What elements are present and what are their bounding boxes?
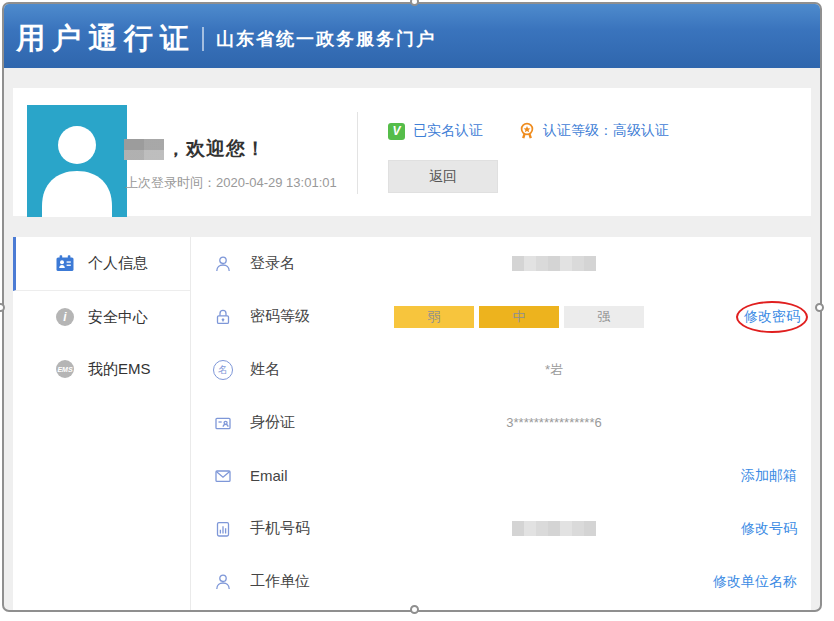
last-login-time: 上次登录时间：2020-04-29 13:01:01 bbox=[125, 174, 337, 192]
medal-icon bbox=[518, 121, 536, 141]
change-password-link[interactable]: 修改密码 bbox=[744, 308, 800, 326]
auth-level-badge: 认证等级：高级认证 bbox=[518, 121, 669, 141]
strength-medium: 中 bbox=[479, 306, 559, 328]
id-card-value: 3****************6 bbox=[434, 415, 674, 430]
info-icon: i bbox=[55, 308, 75, 326]
verified-v-icon: V bbox=[388, 123, 405, 140]
row-label: 姓名 bbox=[250, 360, 280, 379]
portal-subtitle: 山东省统一政务服务门户 bbox=[216, 27, 436, 51]
row-label: 手机号码 bbox=[250, 519, 310, 538]
capture-frame: 用户通行证 山东省统一政务服务门户 ，欢迎您！ 上次登录时间：2020-04-2… bbox=[2, 2, 822, 612]
row-id-card: 身份证 3****************6 bbox=[191, 396, 811, 449]
screenshot-root: 用户通行证 山东省统一政务服务门户 ，欢迎您！ 上次登录时间：2020-04-2… bbox=[0, 0, 834, 621]
row-label: Email bbox=[250, 467, 288, 484]
card-divider bbox=[357, 112, 358, 194]
realname-verified-badge: V 已实名认证 bbox=[388, 121, 483, 141]
user-icon bbox=[213, 572, 239, 592]
strength-strong: 强 bbox=[564, 306, 644, 328]
row-label: 密码等级 bbox=[250, 307, 310, 326]
row-email: Email 添加邮箱 bbox=[191, 449, 811, 502]
name-circle-icon: 名 bbox=[213, 360, 239, 380]
change-unit-name-link[interactable]: 修改单位名称 bbox=[713, 573, 797, 591]
id-card-icon bbox=[213, 413, 239, 433]
frame-handle-bottom[interactable] bbox=[410, 605, 419, 614]
portal-title: 用户通行证 bbox=[16, 19, 196, 59]
back-button[interactable]: 返回 bbox=[388, 160, 498, 193]
masked-username bbox=[124, 139, 164, 160]
row-label: 登录名 bbox=[250, 254, 295, 273]
person-silhouette-icon bbox=[27, 105, 127, 217]
portal-header: 用户通行证 山东省统一政务服务门户 bbox=[4, 4, 820, 68]
sidebar-item-label: 我的EMS bbox=[88, 360, 151, 379]
masked-login-value bbox=[512, 256, 596, 271]
lock-icon bbox=[213, 307, 239, 327]
sidebar: 个人信息 i 安全中心 EMS 我的EMS bbox=[13, 237, 191, 610]
row-name: 名 姓名 *岩 bbox=[191, 343, 811, 396]
building-bars-icon bbox=[213, 519, 239, 539]
row-label: 身份证 bbox=[250, 413, 295, 432]
ems-icon: EMS bbox=[55, 360, 75, 378]
auth-level-label: 认证等级：高级认证 bbox=[543, 122, 669, 140]
name-value: *岩 bbox=[434, 361, 674, 379]
name-glyph: 名 bbox=[218, 363, 228, 377]
sidebar-item-my-ems[interactable]: EMS 我的EMS bbox=[13, 343, 190, 395]
sidebar-item-label: 安全中心 bbox=[88, 308, 148, 327]
profile-panel: 个人信息 i 安全中心 EMS 我的EMS bbox=[13, 237, 811, 610]
user-icon bbox=[213, 254, 239, 274]
sidebar-item-security-center[interactable]: i 安全中心 bbox=[13, 291, 190, 343]
masked-phone-value bbox=[512, 521, 596, 536]
welcome-text: ，欢迎您！ bbox=[166, 136, 266, 162]
sidebar-item-label: 个人信息 bbox=[88, 254, 148, 273]
user-summary-card: ，欢迎您！ 上次登录时间：2020-04-29 13:01:01 V 已实名认证… bbox=[13, 88, 811, 216]
info-glyph: i bbox=[63, 310, 66, 324]
row-work-unit: 工作单位 修改单位名称 bbox=[191, 555, 811, 608]
frame-handle-right[interactable] bbox=[815, 303, 824, 312]
strength-weak: 弱 bbox=[394, 306, 474, 328]
add-email-link[interactable]: 添加邮箱 bbox=[741, 467, 797, 485]
ems-glyph: EMS bbox=[57, 366, 72, 373]
red-circle-annotation: 修改密码 bbox=[736, 301, 808, 333]
envelope-icon bbox=[213, 466, 239, 486]
row-password-level: 密码等级 弱 中 强 修改密码 bbox=[191, 290, 811, 343]
sidebar-item-personal-info[interactable]: 个人信息 bbox=[13, 237, 190, 291]
realname-badge-label: 已实名认证 bbox=[413, 122, 483, 140]
welcome-line: ，欢迎您！ bbox=[124, 136, 266, 162]
row-login-name: 登录名 bbox=[191, 237, 811, 290]
profile-rows: 登录名 密码等级 弱 中 强 bbox=[191, 237, 811, 610]
row-label: 工作单位 bbox=[250, 572, 310, 591]
header-divider bbox=[202, 27, 204, 51]
row-phone: 手机号码 修改号码 bbox=[191, 502, 811, 555]
change-phone-link[interactable]: 修改号码 bbox=[741, 520, 797, 538]
id-badge-icon bbox=[55, 254, 75, 273]
password-strength-meter: 弱 中 强 bbox=[394, 306, 649, 328]
avatar bbox=[27, 105, 127, 217]
